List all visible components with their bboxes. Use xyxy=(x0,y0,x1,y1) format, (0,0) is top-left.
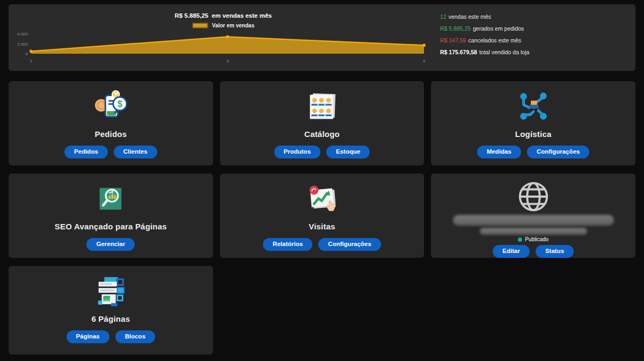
relatorios-button[interactable]: Relatórios xyxy=(263,238,312,251)
card-pedidos: $ Pedidos Pedidos Clientes xyxy=(9,81,213,165)
orders-illustration-icon: $ xyxy=(94,89,127,124)
sales-chart-title: R$ 5.885,25 em vendas este mês xyxy=(175,12,272,19)
svg-text:$: $ xyxy=(118,99,122,109)
card-visitas: Visitas Relatórios Configurações xyxy=(220,174,425,258)
visits-illustration-icon xyxy=(306,182,338,216)
svg-text:2.000: 2.000 xyxy=(17,42,28,47)
configuracoes-visitas-button[interactable]: Configurações xyxy=(318,238,381,251)
configuracoes-logistica-button[interactable]: Configurações xyxy=(527,146,590,158)
legend-label: Valor em vendas xyxy=(212,23,254,28)
publish-status: Publicado xyxy=(518,236,548,242)
redacted-site-name xyxy=(453,215,614,226)
sales-chart: 02.0004.000134 xyxy=(9,29,438,67)
card-logistica: Logística Medidas Configurações xyxy=(431,81,635,165)
estoque-button[interactable]: Estoque xyxy=(326,146,370,158)
card-title: Visitas xyxy=(309,222,335,231)
status-button[interactable]: Status xyxy=(536,245,574,258)
seo-illustration-icon xyxy=(97,182,125,216)
produtos-button[interactable]: Produtos xyxy=(274,146,320,158)
stat-cancelled-total: R$ 347,59cancelados este mês xyxy=(440,37,635,49)
sales-overview-panel: R$ 5.885,25 em vendas este mês Valor em … xyxy=(9,4,635,71)
svg-text:1: 1 xyxy=(30,59,33,63)
logistics-illustration-icon xyxy=(517,89,550,124)
stat-store-total: R$ 175.679,58total vendido da loja xyxy=(440,49,635,61)
clientes-button[interactable]: Clientes xyxy=(114,146,157,158)
gerenciar-button[interactable]: Gerenciar xyxy=(86,238,135,251)
svg-text:3: 3 xyxy=(226,59,229,63)
sales-stats: 12vendas este mês R$ 5.885,25gerados em … xyxy=(438,4,635,71)
editar-button[interactable]: Editar xyxy=(493,245,530,258)
card-catalogo: Catálogo Produtos Estoque xyxy=(220,81,425,165)
redacted-site-url xyxy=(480,228,587,235)
card-paginas: 6 Páginas Páginas Blocos xyxy=(9,266,213,355)
svg-text:4.000: 4.000 xyxy=(17,32,28,37)
svg-text:0: 0 xyxy=(26,52,28,56)
card-title: SEO Avançado para Páginas xyxy=(55,222,167,231)
legend-swatch-icon xyxy=(192,23,208,28)
paginas-button[interactable]: Páginas xyxy=(67,330,109,343)
stat-sales-count: 12vendas este mês xyxy=(440,13,635,25)
catalog-illustration-icon xyxy=(306,89,338,124)
card-seo: SEO Avançado para Páginas Gerenciar xyxy=(9,174,213,258)
sales-chart-section: R$ 5.885,25 em vendas este mês Valor em … xyxy=(9,4,438,71)
status-dot-icon xyxy=(518,237,522,242)
card-title: Logística xyxy=(515,129,552,139)
card-website: Publicado Editar Status xyxy=(431,174,635,258)
status-label: Publicado xyxy=(525,236,548,242)
medidas-button[interactable]: Medidas xyxy=(477,146,521,158)
stat-orders-total: R$ 5.885,25gerados em pedidos xyxy=(440,25,635,37)
svg-text:4: 4 xyxy=(423,59,426,63)
pages-illustration-icon xyxy=(94,274,127,308)
chart-legend: Valor em vendas xyxy=(192,23,254,28)
card-title: 6 Páginas xyxy=(91,314,130,323)
pedidos-button[interactable]: Pedidos xyxy=(64,146,108,158)
blocos-button[interactable]: Blocos xyxy=(115,330,155,343)
modules-grid: $ Pedidos Pedidos Clientes xyxy=(9,81,635,355)
card-title: Pedidos xyxy=(94,129,127,139)
card-title: Catálogo xyxy=(304,129,340,139)
globe-icon xyxy=(517,180,550,213)
